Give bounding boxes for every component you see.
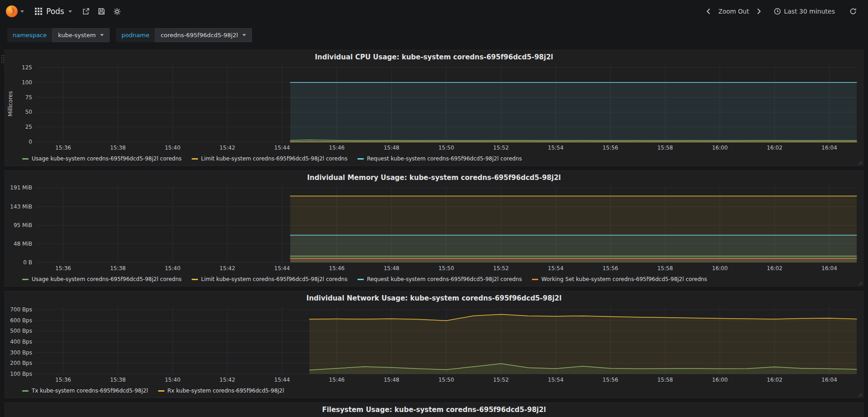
share-icon — [82, 8, 90, 15]
svg-text:15:50: 15:50 — [439, 265, 454, 272]
svg-text:15:58: 15:58 — [657, 377, 673, 383]
svg-text:15:44: 15:44 — [274, 377, 290, 383]
svg-text:15:52: 15:52 — [493, 265, 509, 272]
svg-text:15:46: 15:46 — [329, 145, 345, 151]
variable-selected-podname: coredns-695f96dcd5-98j2l — [161, 32, 238, 39]
svg-text:15:52: 15:52 — [493, 377, 509, 383]
legend-item[interactable]: Tx kube-system coredns-695f96dcd5-98j2l — [22, 388, 148, 394]
cpu-usage-chart[interactable]: 025507510012515:3615:3815:4015:4215:4415… — [5, 62, 863, 155]
svg-text:15:52: 15:52 — [493, 145, 509, 151]
svg-text:16:02: 16:02 — [767, 265, 783, 272]
network-usage-chart[interactable]: 100 Bps200 Bps300 Bps400 Bps500 Bps600 B… — [5, 303, 863, 387]
svg-text:16:04: 16:04 — [821, 265, 837, 272]
legend-item[interactable]: Request kube-system coredns-695f96dcd5-9… — [357, 155, 522, 162]
svg-text:15:42: 15:42 — [220, 377, 236, 383]
legend-swatch — [22, 158, 29, 160]
svg-text:15:58: 15:58 — [657, 265, 673, 272]
legend-item[interactable]: Limit kube-system coredns-695f96dcd5-98j… — [192, 276, 347, 282]
legend-item[interactable]: Working Set kube-system coredns-695f96dc… — [532, 276, 707, 282]
svg-text:15:42: 15:42 — [220, 265, 236, 272]
svg-text:15:38: 15:38 — [110, 377, 126, 383]
panel-title[interactable]: Filesystem Usage: kube-system coredns-69… — [5, 403, 863, 415]
svg-text:15:56: 15:56 — [603, 145, 618, 151]
variable-value-namespace[interactable]: kube-system — [52, 28, 110, 42]
svg-text:15:46: 15:46 — [329, 377, 345, 383]
settings-button[interactable] — [109, 4, 125, 19]
svg-text:0 B: 0 B — [23, 259, 32, 266]
save-icon — [98, 8, 105, 15]
svg-text:0: 0 — [29, 139, 32, 145]
chevron-down-icon — [242, 34, 246, 36]
svg-text:16:02: 16:02 — [767, 377, 783, 383]
svg-text:15:48: 15:48 — [384, 265, 400, 272]
svg-text:600 Bps: 600 Bps — [10, 317, 32, 324]
legend-swatch — [192, 279, 198, 280]
dashboard-grid-icon — [35, 8, 42, 15]
svg-text:143 MiB: 143 MiB — [10, 204, 32, 210]
svg-text:15:44: 15:44 — [274, 265, 290, 272]
svg-text:16:02: 16:02 — [767, 145, 783, 151]
clock-icon — [774, 8, 781, 15]
svg-text:15:40: 15:40 — [165, 377, 181, 383]
time-shift-back-button[interactable] — [702, 5, 714, 18]
svg-text:191 MiB: 191 MiB — [10, 184, 32, 191]
panel-filesystem-usage: Filesystem Usage: kube-system coredns-69… — [5, 402, 863, 417]
legend-swatch — [532, 279, 538, 280]
legend-swatch — [192, 158, 198, 160]
svg-text:700 Bps: 700 Bps — [10, 306, 32, 313]
svg-text:15:36: 15:36 — [55, 265, 71, 272]
svg-text:100: 100 — [22, 79, 32, 86]
variable-value-podname[interactable]: coredns-695f96dcd5-98j2l — [155, 28, 252, 42]
panel-title[interactable]: Individual CPU Usage: kube-system coredn… — [5, 50, 863, 62]
legend-label: Rx kube-system coredns-695f96dcd5-98j2l — [168, 388, 285, 394]
legend-item[interactable]: Usage kube-system coredns-695f96dcd5-98j… — [22, 155, 182, 162]
panel-title[interactable]: Individual Memory Usage: kube-system cor… — [5, 171, 863, 183]
chevron-down-icon — [100, 34, 104, 36]
panel-title[interactable]: Individual Network Usage: kube-system co… — [5, 291, 863, 303]
legend-label: Limit kube-system coredns-695f96dcd5-98j… — [201, 276, 347, 282]
legend-swatch — [22, 390, 29, 392]
svg-text:16:04: 16:04 — [821, 377, 837, 383]
legend-label: Limit kube-system coredns-695f96dcd5-98j… — [201, 155, 347, 162]
variable-namespace: namespace kube-system — [7, 28, 110, 42]
svg-text:500 Bps: 500 Bps — [10, 328, 32, 334]
memory-usage-chart[interactable]: 0 B48 MiB95 MiB143 MiB191 MiB15:3615:381… — [5, 183, 863, 275]
variable-label-podname: podname — [116, 28, 154, 42]
network-usage-legend: Tx kube-system coredns-695f96dcd5-98j2lR… — [5, 387, 863, 398]
refresh-icon — [849, 8, 857, 15]
svg-text:15:36: 15:36 — [55, 145, 71, 151]
variable-label-namespace: namespace — [7, 28, 52, 42]
svg-text:125: 125 — [22, 64, 32, 71]
svg-text:300 Bps: 300 Bps — [10, 349, 32, 356]
grafana-logo-icon — [5, 5, 18, 18]
share-button[interactable] — [78, 4, 94, 19]
zoom-out-button[interactable]: Zoom Out — [714, 4, 753, 19]
svg-text:15:44: 15:44 — [274, 145, 290, 151]
dashboard-title: Pods — [46, 7, 64, 16]
svg-text:16:00: 16:00 — [712, 377, 728, 383]
svg-text:25: 25 — [25, 124, 32, 130]
legend-label: Request kube-system coredns-695f96dcd5-9… — [367, 155, 522, 162]
svg-text:15:56: 15:56 — [603, 265, 618, 272]
time-range-picker[interactable]: Last 30 minutes — [770, 4, 839, 19]
cpu-usage-legend: Usage kube-system coredns-695f96dcd5-98j… — [5, 155, 863, 165]
dashboard-picker[interactable]: Pods — [29, 3, 78, 19]
svg-text:15:48: 15:48 — [384, 377, 400, 383]
zoom-out-label: Zoom Out — [719, 8, 749, 15]
refresh-button[interactable] — [845, 4, 861, 19]
legend-swatch — [357, 279, 364, 280]
memory-usage-legend: Usage kube-system coredns-695f96dcd5-98j… — [5, 275, 863, 286]
svg-text:15:56: 15:56 — [603, 377, 618, 383]
save-button[interactable] — [94, 4, 109, 19]
svg-text:15:48: 15:48 — [384, 145, 400, 151]
time-shift-forward-button[interactable] — [753, 5, 765, 18]
dashboard: Individual CPU Usage: kube-system coredn… — [0, 47, 868, 417]
svg-text:15:36: 15:36 — [55, 377, 71, 383]
legend-item[interactable]: Limit kube-system coredns-695f96dcd5-98j… — [192, 155, 347, 162]
legend-item[interactable]: Request kube-system coredns-695f96dcd5-9… — [357, 276, 522, 282]
panel-network-usage: Individual Network Usage: kube-system co… — [5, 291, 863, 398]
legend-item[interactable]: Rx kube-system coredns-695f96dcd5-98j2l — [158, 388, 285, 394]
row-drag-handle[interactable] — [1, 54, 5, 64]
legend-item[interactable]: Usage kube-system coredns-695f96dcd5-98j… — [22, 276, 182, 282]
grafana-logo[interactable] — [4, 5, 29, 18]
